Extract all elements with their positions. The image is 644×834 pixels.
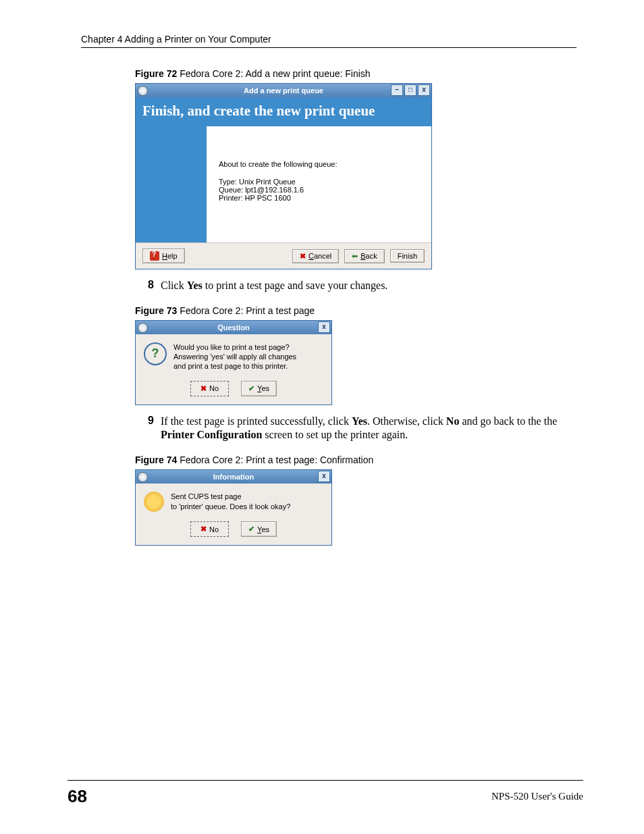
wizard-printer: Printer: HP PSC 1600 xyxy=(219,194,419,202)
step9-post2: screen to set up the printer again. xyxy=(262,429,408,440)
lightbulb-icon: 💡 xyxy=(144,492,164,512)
yes-button-74[interactable]: ✔ Yes xyxy=(241,521,277,537)
no-icon-74: ✖ xyxy=(200,525,207,533)
cancel-button[interactable]: ✖ Cancel xyxy=(292,249,339,263)
dlg74-line1: Sent CUPS test page xyxy=(171,492,290,501)
finish-label: Finish xyxy=(398,252,417,260)
step8-pre: Click xyxy=(161,280,187,291)
dialog-titlebar[interactable]: Question x xyxy=(136,321,331,334)
check-icon: ✔ xyxy=(248,384,254,393)
minimize-button[interactable]: – xyxy=(391,84,403,96)
step9-mid: . Otherwise, click xyxy=(367,415,446,427)
dialog-footer-74: ✖ No ✔ Yes xyxy=(136,517,331,545)
step9-yes: Yes xyxy=(352,415,367,427)
dialog-app-icon xyxy=(138,323,148,333)
window-titlebar[interactable]: Add a new print queue – □ x xyxy=(136,84,431,97)
dialog-app-icon-74 xyxy=(138,472,148,482)
dlg74-line2: to 'printer' queue. Does it look okay? xyxy=(171,502,290,511)
wizard-left-panel xyxy=(136,126,207,242)
dialog-title-74: Information xyxy=(213,473,254,481)
help-button[interactable]: Help xyxy=(142,249,185,263)
add-print-queue-window: Add a new print queue – □ x Finish, and … xyxy=(135,83,432,269)
wizard-footer: Help ✖ Cancel ⬅ Back Finish xyxy=(136,242,431,269)
step-9-number: 9 xyxy=(135,415,154,443)
maximize-button[interactable]: □ xyxy=(404,84,417,96)
guide-name: NPS-520 User's Guide xyxy=(491,791,583,802)
check-icon-74: ✔ xyxy=(248,525,254,533)
wizard-right-panel: About to create the following queue: Typ… xyxy=(207,126,431,242)
dialog-body-74: 💡 Sent CUPS test page to 'printer' queue… xyxy=(136,484,331,517)
no-button-74[interactable]: ✖ No xyxy=(190,521,229,537)
dialog-close-button-74[interactable]: x xyxy=(318,471,330,482)
dlg73-line3: and print a test page to this printer. xyxy=(173,361,296,371)
yes-button[interactable]: ✔ Yes xyxy=(241,381,277,396)
fig73-text: Fedora Core 2: Print a test page xyxy=(177,305,315,316)
dialog-title: Question xyxy=(217,323,250,332)
dialog-body: ? Would you like to print a test page? A… xyxy=(136,334,331,377)
question-dialog: Question x ? Would you like to print a t… xyxy=(135,320,332,405)
step9-no: No xyxy=(446,415,460,427)
dialog-text: Would you like to print a test page? Ans… xyxy=(173,342,296,371)
fig72-text: Fedora Core 2: Add a new print queue: Fi… xyxy=(177,68,370,79)
figure-72-caption: Figure 72 Fedora Core 2: Add a new print… xyxy=(135,68,576,79)
window-title: Add a new print queue xyxy=(244,86,323,95)
step9-pc: Printer Configuration xyxy=(161,429,262,440)
wizard-type: Type: Unix Print Queue xyxy=(219,178,419,186)
help-icon xyxy=(150,251,159,261)
dialog-text-74: Sent CUPS test page to 'printer' queue. … xyxy=(171,492,290,512)
figure-73-caption: Figure 73 Fedora Core 2: Print a test pa… xyxy=(135,305,576,316)
wizard-body: About to create the following queue: Typ… xyxy=(136,126,431,242)
step8-yes: Yes xyxy=(187,280,203,291)
question-icon: ? xyxy=(144,342,167,365)
window-app-icon xyxy=(138,86,148,96)
fig74-text: Fedora Core 2: Print a test page: Confir… xyxy=(177,454,373,465)
dialog-footer: ✖ No ✔ Yes xyxy=(136,377,331,405)
step9-post1: and go back to the the xyxy=(459,415,557,427)
fig73-label: Figure 73 xyxy=(135,305,177,316)
dialog-titlebar-74[interactable]: Information x xyxy=(136,470,331,484)
step-8-text: Click Yes to print a test page and save … xyxy=(161,279,576,293)
finish-button[interactable]: Finish xyxy=(390,249,425,263)
step9-pre: If the test page is printed successfully… xyxy=(161,415,352,427)
page-footer: 68 NPS-520 User's Guide xyxy=(68,780,583,807)
back-button[interactable]: ⬅ Back xyxy=(344,249,384,263)
wizard-queue: Queue: lpt1@192.168.1.6 xyxy=(219,186,419,194)
back-arrow-icon: ⬅ xyxy=(352,252,358,261)
dlg73-line2: Answering 'yes' will apply all changes xyxy=(173,352,296,361)
chapter-header: Chapter 4 Adding a Printer on Your Compu… xyxy=(81,34,576,45)
fig74-label: Figure 74 xyxy=(135,454,177,465)
header-rule xyxy=(81,47,576,48)
help-label: H xyxy=(162,252,167,260)
no-icon: ✖ xyxy=(200,384,207,393)
window-controls: – □ x xyxy=(391,84,430,96)
figure-74-caption: Figure 74 Fedora Core 2: Print a test pa… xyxy=(135,454,576,465)
close-icon: ✖ xyxy=(300,252,306,261)
step8-post: to print a test page and save your chang… xyxy=(203,280,388,291)
step-8-number: 8 xyxy=(135,279,154,293)
dlg73-line1: Would you like to print a test page? xyxy=(173,342,296,352)
wizard-banner: Finish, and create the new print queue xyxy=(136,97,431,126)
step-9-text: If the test page is printed successfully… xyxy=(161,415,576,443)
step-8: 8 Click Yes to print a test page and sav… xyxy=(135,279,576,293)
step-9: 9 If the test page is printed successful… xyxy=(135,415,576,443)
wizard-msg: About to create the following queue: xyxy=(219,160,419,168)
no-button[interactable]: ✖ No xyxy=(190,381,229,396)
dialog-close-button[interactable]: x xyxy=(318,321,330,333)
fig72-label: Figure 72 xyxy=(135,68,177,79)
information-dialog: Information x 💡 Sent CUPS test page to '… xyxy=(135,469,332,546)
footer-rule xyxy=(68,780,583,781)
close-button[interactable]: x xyxy=(418,84,430,96)
page-number: 68 xyxy=(68,786,87,807)
